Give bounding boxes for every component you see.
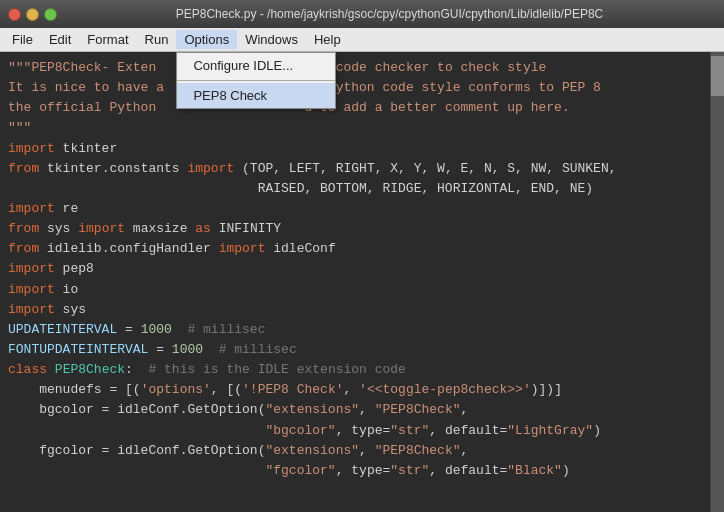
- pep8-check-item[interactable]: PEP8 Check: [177, 83, 335, 108]
- menu-file[interactable]: File: [4, 30, 41, 49]
- code-line-6: import tkinter: [8, 139, 702, 159]
- minimize-button[interactable]: [26, 8, 39, 21]
- configure-idle-item[interactable]: Configure IDLE...: [177, 53, 335, 78]
- code-line-19: FONTUPDATEINTERVAL = 1000 # millisec: [8, 340, 702, 360]
- code-line-18: UPDATEINTERVAL = 1000 # millisec: [8, 320, 702, 340]
- code-line-27: fgcolor = idleConf.GetOption("extensions…: [8, 441, 702, 461]
- menu-separator: [177, 80, 335, 81]
- code-line-7: from tkinter.constants import (TOP, LEFT…: [8, 159, 702, 179]
- scrollbar[interactable]: [710, 52, 724, 512]
- code-editor[interactable]: """PEP8Check- Exten P8 code checker to c…: [0, 52, 710, 512]
- code-line-2: It is nice to have a e Python code style…: [8, 78, 702, 98]
- code-line-14: import io: [8, 280, 702, 300]
- menu-options[interactable]: Options: [176, 30, 237, 49]
- code-line-3: the official Python d to add a better co…: [8, 98, 702, 118]
- menu-run[interactable]: Run: [137, 30, 177, 49]
- code-line-4: """: [8, 118, 702, 138]
- menu-options-container: Options Configure IDLE... PEP8 Check: [176, 30, 237, 49]
- close-button[interactable]: [8, 8, 21, 21]
- code-area: """PEP8Check- Exten P8 code checker to c…: [0, 52, 724, 512]
- menu-help[interactable]: Help: [306, 30, 349, 49]
- window-controls: [8, 8, 57, 21]
- titlebar: PEP8Check.py - /home/jaykrish/gsoc/cpy/c…: [0, 0, 724, 28]
- code-line-1: """PEP8Check- Exten P8 code checker to c…: [8, 58, 702, 78]
- code-line-23: menudefs = [('options', [('!PEP8 Check',…: [8, 380, 702, 400]
- code-line-11: from sys import maxsize as INFINITY: [8, 219, 702, 239]
- code-line-22: class PEP8Check: # this is the IDLE exte…: [8, 360, 702, 380]
- code-line-10: import re: [8, 199, 702, 219]
- code-line-28: "fgcolor", type="str", default="Black"): [8, 461, 702, 481]
- menu-edit[interactable]: Edit: [41, 30, 79, 49]
- code-line-13: import pep8: [8, 259, 702, 279]
- code-line-15: import sys: [8, 300, 702, 320]
- menu-format[interactable]: Format: [79, 30, 136, 49]
- code-line-26: "bgcolor", type="str", default="LightGra…: [8, 421, 702, 441]
- maximize-button[interactable]: [44, 8, 57, 21]
- code-line-25: bgcolor = idleConf.GetOption("extensions…: [8, 400, 702, 420]
- menu-windows[interactable]: Windows: [237, 30, 306, 49]
- code-line-8: RAISED, BOTTOM, RIDGE, HORIZONTAL, END, …: [8, 179, 702, 199]
- options-dropdown: Configure IDLE... PEP8 Check: [176, 52, 336, 109]
- window-title: PEP8Check.py - /home/jaykrish/gsoc/cpy/c…: [63, 7, 716, 21]
- menubar: File Edit Format Run Options Configure I…: [0, 28, 724, 52]
- code-line-12: from idlelib.configHandler import idleCo…: [8, 239, 702, 259]
- scrollbar-thumb[interactable]: [711, 56, 724, 96]
